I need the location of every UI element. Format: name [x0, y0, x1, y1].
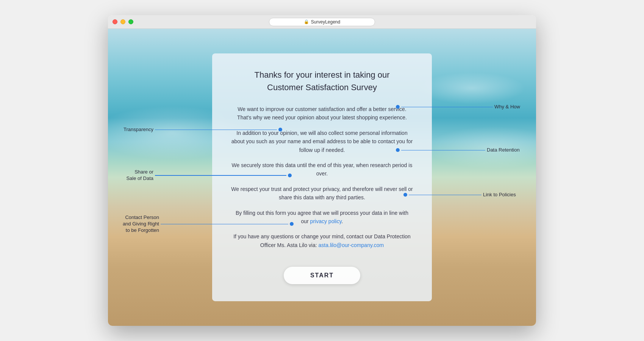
title-line2: Customer Satisfaction Survey [267, 83, 377, 92]
paragraph-share: We respect your trust and protect your p… [231, 185, 413, 202]
start-button[interactable]: START [284, 267, 360, 284]
lock-icon: 🔒 [304, 19, 309, 24]
paragraph-policies: By filling out this form you agree that … [231, 208, 413, 225]
close-button-icon[interactable] [113, 19, 117, 24]
paragraph-contact: If you have any questions or change your… [231, 232, 413, 249]
contact-email-link[interactable]: asta.lilo@our-company.com [319, 242, 384, 248]
browser-content: Thanks for your interest in taking our C… [108, 29, 536, 326]
paragraph-transparency: In addition to your opinion, we will als… [231, 129, 413, 154]
traffic-lights [113, 19, 133, 24]
paragraph4-text: We respect your trust and protect your p… [231, 186, 413, 200]
url-bar[interactable]: 🔒 SurveyLegend [269, 18, 375, 26]
paragraph2-text: In addition to your opinion, we will als… [231, 130, 413, 153]
paragraph-retention: We securely store this data until the en… [231, 161, 413, 178]
paragraph1-text: We want to improve our customer satisfac… [237, 106, 407, 120]
survey-card: Thanks for your interest in taking our C… [212, 53, 432, 301]
minimize-button-icon[interactable] [120, 19, 125, 24]
url-bar-text: SurveyLegend [311, 19, 340, 25]
title-bar: 🔒 SurveyLegend [108, 15, 536, 29]
title-line1: Thanks for your interest in taking our [254, 70, 389, 80]
paragraph5-after: . [342, 218, 343, 224]
outer-wrapper: 🔒 SurveyLegend Thanks for your interest … [0, 0, 644, 341]
survey-title: Thanks for your interest in taking our C… [231, 69, 413, 94]
survey-body: We want to improve our customer satisfac… [231, 105, 413, 249]
paragraph3-text: We securely store this data until the en… [232, 162, 413, 177]
maximize-button-icon[interactable] [128, 19, 133, 24]
paragraph-why-how: We want to improve our customer satisfac… [231, 105, 413, 122]
privacy-policy-link[interactable]: privacy policy [310, 218, 342, 224]
mac-window: 🔒 SurveyLegend Thanks for your interest … [108, 15, 536, 326]
